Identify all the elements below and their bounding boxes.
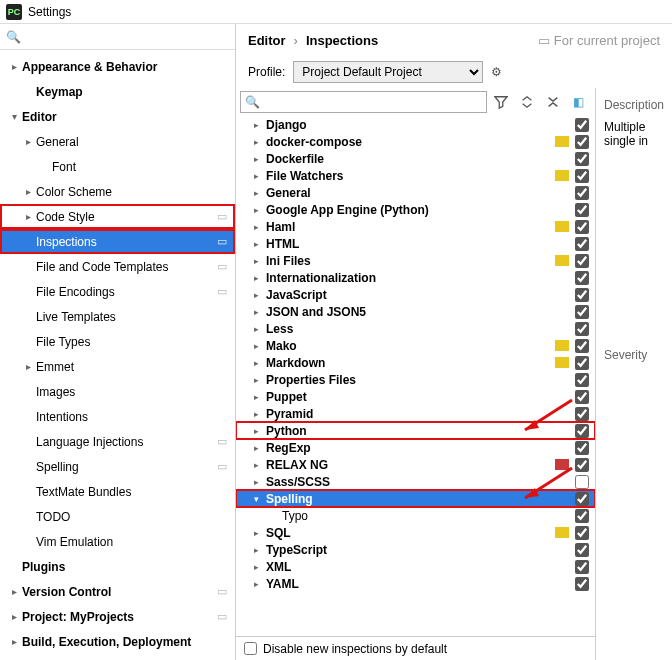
filter-icon[interactable]: [489, 91, 513, 113]
inspection-row[interactable]: ▸SQL: [236, 524, 595, 541]
inspection-row[interactable]: ▸HTML: [236, 235, 595, 252]
chevron-icon[interactable]: ▸: [254, 154, 264, 164]
inspections-list[interactable]: ▸Django▸docker-compose▸Dockerfile▸File W…: [236, 116, 595, 636]
chevron-icon[interactable]: ▸: [8, 611, 20, 622]
chevron-icon[interactable]: ▸: [22, 186, 34, 197]
chevron-icon[interactable]: ▸: [254, 443, 264, 453]
settings-search-input[interactable]: [25, 30, 229, 44]
inspection-row[interactable]: ▸General: [236, 184, 595, 201]
chevron-icon[interactable]: ▾: [8, 111, 20, 122]
inspection-checkbox[interactable]: [575, 441, 589, 455]
tree-item[interactable]: ▸Font: [0, 154, 235, 179]
gear-icon[interactable]: ⚙: [491, 65, 502, 79]
chevron-icon[interactable]: ▸: [254, 375, 264, 385]
inspection-checkbox[interactable]: [575, 560, 589, 574]
chevron-icon[interactable]: ▸: [254, 239, 264, 249]
inspection-checkbox[interactable]: [575, 203, 589, 217]
tree-item[interactable]: ▸Images: [0, 379, 235, 404]
tree-item[interactable]: ▸General: [0, 129, 235, 154]
chevron-icon[interactable]: ▸: [22, 411, 34, 422]
chevron-icon[interactable]: ▸: [22, 436, 34, 447]
inspection-checkbox[interactable]: [575, 118, 589, 132]
tree-item[interactable]: ▸Inspections▭: [0, 229, 235, 254]
chevron-icon[interactable]: ▸: [8, 61, 20, 72]
inspection-row[interactable]: ▸JSON and JSON5: [236, 303, 595, 320]
chevron-icon[interactable]: ▸: [254, 358, 264, 368]
disable-new-label[interactable]: Disable new inspections by default: [263, 642, 447, 656]
chevron-icon[interactable]: ▸: [254, 222, 264, 232]
inspection-checkbox[interactable]: [575, 305, 589, 319]
tree-item[interactable]: ▸Plugins: [0, 554, 235, 579]
inspection-checkbox[interactable]: [575, 492, 589, 506]
inspection-checkbox[interactable]: [575, 322, 589, 336]
inspection-checkbox[interactable]: [575, 390, 589, 404]
inspection-row[interactable]: ▸TypeScript: [236, 541, 595, 558]
chevron-icon[interactable]: ▸: [254, 426, 264, 436]
inspection-checkbox[interactable]: [575, 475, 589, 489]
inspection-row[interactable]: ▸YAML: [236, 575, 595, 592]
inspections-search-input[interactable]: [260, 95, 482, 109]
inspection-row[interactable]: ▸Mako: [236, 337, 595, 354]
inspection-checkbox[interactable]: [575, 577, 589, 591]
chevron-icon[interactable]: ▸: [22, 336, 34, 347]
chevron-icon[interactable]: ▸: [22, 211, 34, 222]
chevron-icon[interactable]: ▸: [22, 86, 34, 97]
inspection-row[interactable]: ▸RegExp: [236, 439, 595, 456]
inspection-row[interactable]: ▸JavaScript: [236, 286, 595, 303]
inspection-checkbox[interactable]: [575, 186, 589, 200]
tree-item[interactable]: ▸Live Templates: [0, 304, 235, 329]
chevron-icon[interactable]: ▸: [254, 307, 264, 317]
inspection-checkbox[interactable]: [575, 407, 589, 421]
tree-item[interactable]: ▸File and Code Templates▭: [0, 254, 235, 279]
chevron-icon[interactable]: ▸: [254, 460, 264, 470]
chevron-icon[interactable]: ▸: [22, 511, 34, 522]
tree-item[interactable]: ▸Emmet: [0, 354, 235, 379]
tree-item[interactable]: ▸Intentions: [0, 404, 235, 429]
chevron-icon[interactable]: ▸: [254, 562, 264, 572]
tree-item[interactable]: ▸Appearance & Behavior: [0, 54, 235, 79]
chevron-icon[interactable]: ▸: [22, 536, 34, 547]
tree-item[interactable]: ▸Spelling▭: [0, 454, 235, 479]
settings-tree[interactable]: ▸Appearance & Behavior▸Keymap▾Editor▸Gen…: [0, 50, 235, 660]
chevron-icon[interactable]: ▸: [22, 286, 34, 297]
inspection-checkbox[interactable]: [575, 254, 589, 268]
crumb-editor[interactable]: Editor: [248, 33, 286, 48]
inspection-checkbox[interactable]: [575, 373, 589, 387]
inspection-row[interactable]: ▸XML: [236, 558, 595, 575]
chevron-icon[interactable]: ▸: [254, 579, 264, 589]
settings-search[interactable]: 🔍: [0, 24, 235, 50]
inspection-checkbox[interactable]: [575, 509, 589, 523]
inspection-checkbox[interactable]: [575, 271, 589, 285]
tree-item[interactable]: ▸Vim Emulation: [0, 529, 235, 554]
chevron-icon[interactable]: ▸: [22, 461, 34, 472]
inspection-checkbox[interactable]: [575, 526, 589, 540]
inspection-row[interactable]: ▸Haml: [236, 218, 595, 235]
chevron-icon[interactable]: ▸: [254, 409, 264, 419]
inspection-checkbox[interactable]: [575, 169, 589, 183]
chevron-icon[interactable]: ▸: [254, 290, 264, 300]
tree-item[interactable]: ▸Project: MyProjects▭: [0, 604, 235, 629]
inspection-checkbox[interactable]: [575, 339, 589, 353]
inspection-checkbox[interactable]: [575, 458, 589, 472]
chevron-icon[interactable]: ▸: [22, 236, 34, 247]
chevron-icon[interactable]: ▸: [22, 486, 34, 497]
tree-item[interactable]: ▸TextMate Bundles: [0, 479, 235, 504]
inspection-row[interactable]: ▸Internationalization: [236, 269, 595, 286]
expand-all-icon[interactable]: [515, 91, 539, 113]
inspection-row[interactable]: ▸Dockerfile: [236, 150, 595, 167]
chevron-icon[interactable]: ▾: [254, 494, 264, 504]
inspections-search[interactable]: 🔍: [240, 91, 487, 113]
chevron-icon[interactable]: ▸: [22, 361, 34, 372]
collapse-all-icon[interactable]: [541, 91, 565, 113]
tree-item[interactable]: ▾Editor: [0, 104, 235, 129]
chevron-icon[interactable]: ▸: [254, 528, 264, 538]
inspection-row[interactable]: ▸File Watchers: [236, 167, 595, 184]
inspection-checkbox[interactable]: [575, 237, 589, 251]
tree-item[interactable]: ▸File Types: [0, 329, 235, 354]
chevron-icon[interactable]: ▸: [254, 273, 264, 283]
chevron-icon[interactable]: ▸: [254, 120, 264, 130]
profile-select[interactable]: Project Default Project: [293, 61, 483, 83]
chevron-icon[interactable]: ▸: [254, 392, 264, 402]
inspection-row[interactable]: ▸Ini Files: [236, 252, 595, 269]
chevron-icon[interactable]: ▸: [8, 636, 20, 647]
